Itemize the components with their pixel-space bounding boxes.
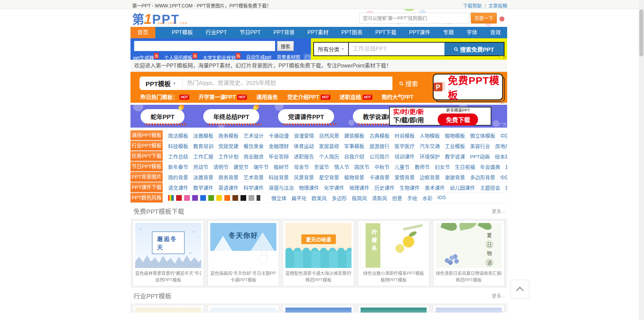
quick-link[interactable]: 个人简历模板热 [164,53,197,61]
style-link[interactable]: 水彩 [422,194,432,201]
topbar-link[interactable]: 文章投稿 [488,3,507,8]
category-link[interactable]: 个人简历 [319,153,339,160]
category-link[interactable]: 工作汇报 [193,153,213,160]
category-link[interactable]: 建党节 [233,163,249,170]
category-link[interactable]: 历史课件 [374,184,394,191]
category-link[interactable]: 美术课件 [425,184,445,191]
free-ppt-search-button[interactable]: 搜索免费PPT [444,43,504,55]
category-link[interactable]: 主题班会 [480,184,500,191]
nav-item-PPT下载[interactable]: PPT下载 [369,27,403,38]
quick-link[interactable]: 背景素材图 [277,53,300,60]
category-link[interactable]: 圣诞节 [314,163,329,170]
hot-link[interactable]: 述职总结HOT [340,93,372,101]
nav-item-PPT课件[interactable]: PPT课件 [403,27,437,38]
nav-item-PPT素材[interactable]: PPT素材 [301,27,335,38]
category-link[interactable]: 自然风景 [319,132,339,139]
category-link[interactable]: 商务背景 [218,174,238,181]
category-link[interactable]: 医学医疗 [394,142,415,149]
category-link[interactable]: 谢谢背景 [445,174,465,181]
category-link[interactable]: 培训课件 [394,153,415,160]
category-link[interactable]: 多边形背景 [470,174,495,181]
category-link[interactable]: 体育运动 [294,142,314,149]
template-card[interactable] [283,305,354,311]
category-link[interactable]: 爱情背景 [394,174,415,181]
color-swatch-橙色[interactable] [224,195,230,201]
nav-item-PPT模板[interactable]: PPT模板 [165,27,199,38]
category-link[interactable]: 工作计划 [218,153,238,160]
style-link[interactable]: 创意 [392,194,402,201]
category-link[interactable]: 风景背景 [294,174,314,181]
template-card[interactable] [132,305,204,311]
category-link[interactable]: 端午节 [254,163,269,170]
category-link[interactable]: 教学说课 [445,153,465,160]
category-link[interactable]: 浪漫爱情 [294,132,314,139]
category-link[interactable]: 植物模板 [445,132,465,139]
category-label[interactable]: 行业PPT模板 [130,141,163,151]
color-swatch-黑色[interactable] [240,195,246,201]
category-link[interactable]: 时尚模板 [394,132,415,139]
category-link[interactable]: 清明节 [213,163,228,170]
scrollbar-track[interactable] [639,0,644,320]
category-link[interactable]: 英语课件 [218,184,238,191]
category-link[interactable]: 家居装修 [319,142,339,149]
hot-link[interactable]: 昨日热门模板：HOT [141,93,189,101]
category-link[interactable]: 自我介绍 [344,153,364,160]
nav-item-PPT背景[interactable]: PPT背景 [267,27,301,38]
category-link[interactable]: 母亲节 [294,163,309,170]
category-link[interactable]: 情人节 [334,163,349,170]
category-link[interactable]: 人物模板 [420,132,440,139]
category-link[interactable]: 商务模板 [218,132,238,139]
site-logo[interactable]: 第1PPT WWW.1PPT.COM [132,10,180,27]
category-label[interactable]: PPT颜色风格 [130,193,163,203]
category-link[interactable]: 艺术背景 [244,174,264,181]
category-link[interactable]: 教师节 [415,163,430,170]
promo-right-box[interactable]: 实/时/更/新 下/载/即/用 更多精美PPT 免费下载 [389,107,491,126]
topbar-link[interactable]: 下载帮助 [463,3,482,8]
category-link[interactable]: 家长会 [505,184,507,191]
category-link[interactable]: 化学课件 [324,184,344,191]
category-link[interactable]: 新年春节 [168,163,188,170]
nav-item-PPT图表[interactable]: PPT图表 [335,27,369,38]
category-link[interactable]: 建筑模板 [344,132,364,139]
category-link[interactable]: 简约背景 [168,174,188,181]
style-link[interactable]: 极简风 [352,194,367,201]
category-link[interactable]: 道德与法治 [269,184,294,191]
template-card[interactable] [208,305,279,311]
category-select[interactable]: 所有分类 ▼ [314,43,349,55]
template-card[interactable]: 夏日物语绿色清新日系风夏日物语商务汇报PPT模韩范PPT模板 [433,220,504,286]
style-link[interactable]: 扁平化 [291,194,307,201]
hot-link[interactable]: 党史介绍PPTHOT [287,93,330,101]
category-link[interactable]: 淡雅背景 [193,174,213,181]
style-link[interactable]: iOS [437,194,446,201]
category-link[interactable]: 边框背景 [420,174,440,181]
category-link[interactable]: 工作总结 [168,153,188,160]
color-swatch-紫色[interactable] [192,195,198,201]
category-label[interactable]: 通用PPT模板 [130,130,163,140]
ad-search-button[interactable]: 搜索 [277,41,294,51]
color-swatch-粉色[interactable] [184,195,190,201]
template-card[interactable]: 冬天你好蓝色插画风“冬天你好”冬日主题PPT模卡通PPT模板 [208,220,279,286]
category-link[interactable]: 金融理财 [269,142,289,149]
nav-item-节日PPT[interactable]: 节日PPT [233,27,267,38]
category-link[interactable]: 物理课件 [299,184,319,191]
category-link[interactable]: 卡通动漫 [269,132,289,139]
category-link[interactable]: 生物课件 [399,184,420,191]
category-link[interactable]: 其他节日 [505,163,507,170]
category-link[interactable]: 微立体模板 [470,132,495,139]
category-link[interactable]: 述职报告 [294,153,314,160]
color-swatch-灰色[interactable] [249,195,254,201]
category-link[interactable]: 餐饮美食 [244,142,264,149]
category-link[interactable]: 生日祝福 [455,163,475,170]
hot-link[interactable]: 简约大气PPT [382,93,414,101]
baidu-search-input[interactable] [359,13,470,24]
category-link[interactable]: 汽车交通 [420,142,440,149]
category-label[interactable]: 优秀PPT下载 [130,151,163,161]
category-link[interactable]: 公司简介 [369,153,389,160]
quick-link[interactable]: 自动生成ppt [246,53,271,60]
free-download-button[interactable]: 免费下载 [438,113,478,126]
template-card[interactable]: 夏天の味道蓝橙配色清新卡通大海沙滩背景的“夏韩范PPT模板 [283,220,354,286]
promo-button[interactable]: 蛇年PPT [141,109,184,124]
more-link[interactable]: 更多... [492,292,505,299]
free-ppt-search-input[interactable] [349,43,444,55]
hot-link[interactable]: 通用商务 [256,93,278,101]
